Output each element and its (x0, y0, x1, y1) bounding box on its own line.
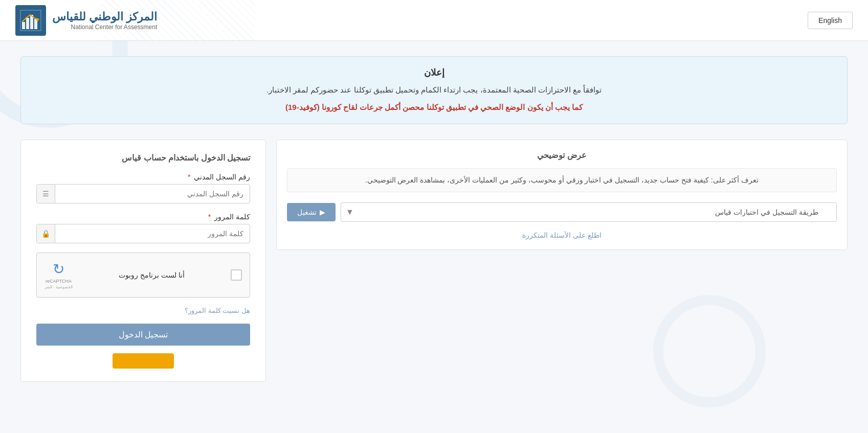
orange-button-hint (113, 353, 174, 369)
recaptcha-checkbox[interactable] (231, 269, 242, 281)
play-icon: ▶ (320, 208, 325, 216)
id-required-marker: * (188, 173, 190, 181)
recaptcha-sub: الخصوصية - الشر (44, 285, 73, 289)
faq-link[interactable]: اطلع على الأسئلة المتكررة (287, 231, 837, 239)
id-input[interactable] (55, 185, 250, 203)
recaptcha-logo: ↻ reCAPTCHA الخصوصية - الشر (44, 261, 73, 289)
password-field-icon: 🔒 (37, 224, 55, 243)
password-form-group: كلمة المرور * 🔒 (36, 213, 250, 243)
recaptcha-label: أنا لست برنامج روبوت (119, 271, 185, 279)
id-input-wrapper: ☰ (36, 184, 250, 203)
language-toggle-button[interactable]: English (808, 12, 853, 29)
two-col-layout: عرض توضيحي تعرف أكثر على: كيفية فتح حساب… (20, 140, 848, 382)
login-panel: تسجيل الدخول باستخدام حساب قياس رقم السج… (20, 140, 266, 382)
id-label-text: رقم السجل المدني (194, 173, 250, 181)
run-button-label: تشغيل (297, 208, 317, 216)
forgot-password-link[interactable]: هل نسيت كلمة المرور؟ (36, 307, 250, 314)
svg-rect-3 (26, 18, 29, 29)
announcement-warning: كما يجب أن يكون الوضع الصحي في تطبيق توك… (36, 101, 832, 114)
password-input[interactable] (55, 224, 250, 243)
recaptcha-box[interactable]: أنا لست برنامج روبوت ↻ reCAPTCHA الخصوصي… (36, 253, 250, 298)
header: English المركز الوطني للقياس National Ce… (0, 0, 868, 41)
login-button[interactable]: تسجيل الدخول (36, 324, 250, 346)
login-title: تسجيل الدخول باستخدام حساب قياس (36, 153, 250, 163)
password-label-text: كلمة المرور (214, 213, 250, 221)
run-button[interactable]: ▶ تشغيل (287, 203, 336, 221)
demo-select-wrapper: طريقة التسجيل في اختبارات قياس ▼ (341, 202, 837, 222)
recaptcha-brand: reCAPTCHA (46, 279, 72, 284)
lock-icon: 🔒 (41, 230, 50, 238)
announcement-title: إعلان (36, 67, 832, 78)
demo-controls: طريقة التسجيل في اختبارات قياس ▼ ▶ تشغيل (287, 202, 837, 222)
demo-panel-title: عرض توضيحي (287, 150, 837, 160)
password-label: كلمة المرور * (36, 213, 250, 221)
announcement-text: توافقاً مع الاحترازات الصحية المعتمدة، ي… (36, 83, 832, 97)
demo-select[interactable]: طريقة التسجيل في اختبارات قياس (341, 202, 837, 222)
main-content: إعلان توافقاً مع الاحترازات الصحية المعت… (0, 41, 868, 397)
password-input-wrapper: 🔒 (36, 224, 250, 243)
id-field-icon: ☰ (37, 185, 55, 203)
announcement-banner: إعلان توافقاً مع الاحترازات الصحية المعت… (20, 56, 848, 124)
logo-icon (15, 5, 46, 36)
demo-description: تعرف أكثر على: كيفية فتح حساب جديد، التس… (287, 168, 837, 192)
svg-rect-2 (22, 22, 25, 29)
id-form-group: رقم السجل المدني * ☰ (36, 173, 250, 203)
password-required-marker: * (208, 213, 211, 221)
header-pattern (102, 0, 256, 41)
recaptcha-icon: ↻ (53, 261, 64, 278)
id-label: رقم السجل المدني * (36, 173, 250, 181)
demo-panel: عرض توضيحي تعرف أكثر على: كيفية فتح حساب… (276, 140, 848, 250)
person-icon: ☰ (42, 190, 49, 198)
